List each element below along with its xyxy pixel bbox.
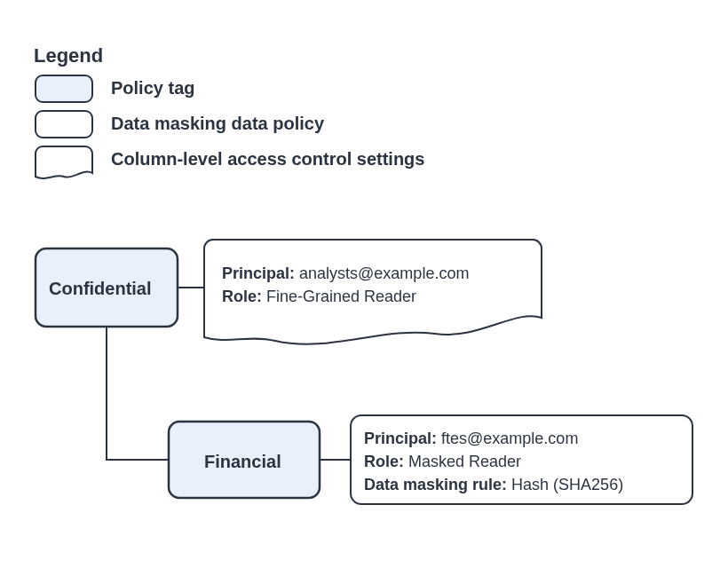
- legend-title: Legend: [34, 44, 103, 67]
- policy-principal-value: ftes@example.com: [441, 430, 578, 447]
- tag-label-financial: Financial: [204, 450, 281, 474]
- legend-swatch-policy-tag-icon: [36, 75, 92, 102]
- clacs-principal-value: analysts@example.com: [299, 264, 469, 282]
- legend-label-data-policy: Data masking data policy: [111, 114, 324, 134]
- policy-rule-label: Data masking rule:: [364, 476, 507, 493]
- policy-principal-label: Principal:: [364, 430, 437, 447]
- clacs-role-value: Fine-Grained Reader: [266, 288, 416, 305]
- policy-role-value: Masked Reader: [408, 453, 521, 470]
- connector-confidential-to-financial: [107, 327, 169, 460]
- clacs-principal-label: Principal:: [222, 264, 295, 282]
- legend-label-policy-tag: Policy tag: [111, 78, 194, 99]
- legend-swatch-clacs-icon: [36, 146, 92, 178]
- policy-rule-value: Hash (SHA256): [511, 476, 623, 493]
- policy-role-label: Role:: [364, 453, 404, 470]
- tag-label-confidential: Confidential: [49, 277, 152, 301]
- legend-swatch-data-policy-icon: [36, 111, 92, 138]
- legend-label-clacs: Column-level access control settings: [111, 149, 424, 170]
- diagram-canvas: Legend Policy tag Data masking data poli…: [0, 0, 728, 568]
- clacs-role-label: Role:: [222, 288, 262, 305]
